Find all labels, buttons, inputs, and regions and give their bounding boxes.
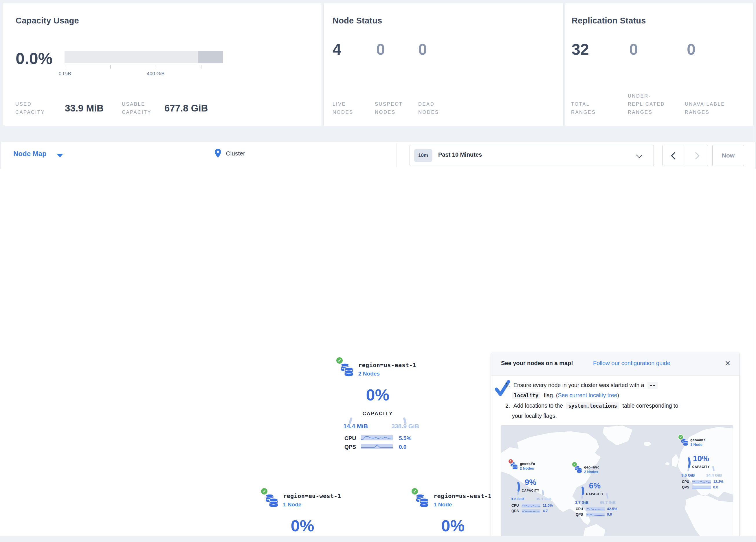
capacity-percent: 0.0% (16, 48, 53, 69)
live-nodes-label: LIVE NODES (333, 100, 353, 116)
chevron-down-icon (57, 154, 63, 157)
axis-tick-label: 400 GiB (138, 71, 173, 77)
used-capacity: 3.7 GiB (575, 500, 589, 505)
chevron-right-icon (692, 152, 699, 159)
dead-nodes-label: DEAD NODES (418, 100, 439, 116)
axis-tick-label: 0 GiB (47, 71, 82, 77)
replication-status-card: Replication Status 32 0 0 TOTAL RANGES U… (565, 3, 754, 126)
region-card-us-east-1[interactable]: region=us-east-1 2 Nodes 0% CAPACITY 14.… (336, 357, 420, 453)
qps-row: QPS 4.7 (511, 509, 558, 513)
qps-sparkline (522, 509, 540, 513)
map-pin-icon (214, 148, 222, 158)
capacity-gauge: 0% CAPACITY (347, 380, 408, 424)
gauge-capacity-label: CAPACITY (516, 489, 545, 492)
popup-step-1-line-1: 1. Ensure every node in your cluster was… (505, 382, 658, 389)
gauge-percent: 0% (423, 516, 483, 535)
capacity-usage-card: Capacity Usage 0.0% 0 GiB 400 GiB USED C… (3, 3, 322, 126)
node-status-title: Node Status (333, 16, 382, 25)
healthy-status-badge (572, 462, 577, 467)
locality-title: geo=ams (690, 438, 706, 442)
code-chip: -- (647, 382, 658, 389)
locality-node-count: 2 Nodes (584, 470, 598, 474)
unavailable-label: UNAVAILABLE RANGES (685, 100, 725, 116)
capacity-gauge: 6% CAPACITY (580, 475, 609, 499)
locality-tree-link[interactable]: See current locality tree (558, 392, 617, 398)
used-capacity: 3.6 GiB (681, 473, 695, 477)
chevron-left-icon (671, 152, 678, 159)
qps-row: QPS 0.0 (682, 485, 728, 490)
region-title: region=us-east-1 (358, 362, 416, 369)
cpu-sparkline (586, 507, 605, 511)
usable-capacity-value: 677.8 GiB (164, 103, 208, 114)
toolbar: Node Map Cluster 10m Past 10 Minutes Now (1, 141, 755, 169)
cpu-value: 12.3% (713, 480, 723, 484)
close-icon[interactable]: ✕ (725, 359, 731, 368)
cpu-row: CPU 42.5% (576, 507, 622, 511)
used-capacity: 3.2 GiB (511, 497, 524, 501)
qps-value: 4.7 (543, 509, 548, 513)
locality-node-count: 1 Node (690, 443, 702, 447)
popup-title: See your nodes on a map! (501, 360, 573, 367)
axis-tick (110, 65, 111, 69)
database-stack-icon (265, 494, 278, 508)
popup-step-2-line-1: 2. Add locations to the system.locations… (505, 403, 678, 409)
total-ranges-label: TOTAL RANGES (571, 100, 596, 116)
under-replicated-count: 0 (629, 39, 638, 59)
gauge-capacity-label: CAPACITY (580, 492, 609, 496)
time-range-selector[interactable]: 10m Past 10 Minutes (410, 145, 654, 166)
step-forward-button[interactable] (685, 145, 707, 166)
popup-step-2-line-2: your locality flags. (512, 413, 557, 419)
code-chip: system.locations (566, 403, 619, 409)
database-stack-icon (681, 438, 688, 446)
region-title: region=us-west-1 (434, 493, 492, 499)
view-selector-dropdown[interactable]: Node Map (1, 141, 76, 169)
cpu-sparkline (692, 480, 711, 484)
total-ranges-count: 32 (572, 39, 589, 59)
gauge-percent: 9% (516, 478, 545, 487)
total-capacity: 338.9 GiB (391, 423, 419, 430)
capacity-gauge: 9% CAPACITY (516, 471, 545, 495)
qps-value: 0.0 (399, 444, 406, 450)
total-capacity: 65.7 GiB (600, 500, 616, 505)
gauge-percent: 0% (347, 385, 408, 404)
code-chip: locality (512, 392, 540, 399)
cpu-row: CPU 5.5% (344, 435, 414, 441)
region-node-count: 2 Nodes (358, 371, 380, 377)
gauge-percent: 10% (687, 454, 715, 463)
cpu-value: 5.5% (399, 435, 411, 442)
region-title: region=eu-west-1 (283, 493, 341, 499)
gauge-capacity-label: CAPACITY (687, 465, 715, 469)
total-capacity: 35.1 GiB (536, 497, 551, 501)
used-capacity-value: 33.9 MiB (65, 103, 104, 114)
breadcrumb-label: Cluster (226, 150, 245, 157)
used-capacity-label: USED CAPACITY (15, 100, 45, 116)
cpu-row: CPU 12.3% (682, 480, 728, 484)
qps-value: 0.0 (713, 485, 718, 489)
unavailable-count: 0 (687, 39, 696, 59)
axis-tick (156, 65, 156, 69)
configuration-guide-link[interactable]: Follow our configuration guide (593, 360, 670, 367)
breadcrumb[interactable]: Cluster (214, 148, 245, 160)
qps-sparkline (586, 513, 605, 517)
example-node-map-image: 1 geo=sfo 2 Nodes 9% CAPACITY 3.2 GiB 35… (501, 425, 733, 541)
cpu-sparkline (522, 504, 540, 508)
cpu-row: CPU 11.0% (511, 504, 558, 508)
database-stack-icon (340, 363, 354, 377)
capacity-gauge: 10% CAPACITY (687, 448, 715, 471)
suspect-nodes-count: 0 (376, 39, 385, 59)
healthy-status-badge (678, 435, 683, 440)
region-card-eu-west-1[interactable]: region=eu-west-1 1 Node 0% CAPACITY 9.9 … (260, 488, 345, 542)
qps-row: QPS 0.0 (576, 512, 622, 517)
region-card-us-west-1[interactable]: region=us-west-1 1 Node 0% CAPACITY 9.6 … (411, 488, 496, 542)
replication-status-title: Replication Status (572, 16, 646, 25)
chevron-down-icon (636, 152, 642, 158)
under-replicated-label: UNDER- REPLICATED RANGES (628, 92, 665, 116)
database-stack-icon (575, 465, 582, 473)
qps-sparkline (361, 444, 393, 449)
footer-strip (0, 536, 756, 542)
live-nodes-count: 4 (333, 39, 341, 59)
step-back-button[interactable] (663, 145, 685, 166)
node-map-dashboard: Capacity Usage 0.0% 0 GiB 400 GiB USED C… (0, 0, 756, 542)
popup-step-1-line-2: locality flag. (See current locality tre… (512, 392, 619, 399)
now-button[interactable]: Now (712, 145, 744, 166)
